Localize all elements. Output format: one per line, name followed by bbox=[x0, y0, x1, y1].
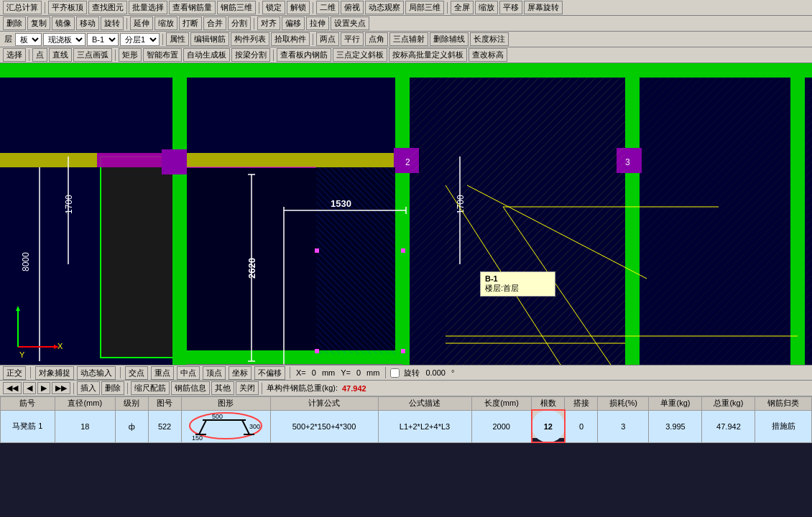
th-num: 筋号 bbox=[1, 397, 55, 411]
btn-componentlist[interactable]: 构件列表 bbox=[231, 32, 269, 46]
btn-copy[interactable]: 复制 bbox=[27, 17, 50, 30]
btn-summary[interactable]: 汇总计算 bbox=[3, 1, 42, 14]
btn-key[interactable]: 重点 bbox=[151, 366, 174, 380]
btn-splitbybeam[interactable]: 按梁分割 bbox=[231, 48, 270, 62]
btn-mid[interactable]: 中点 bbox=[177, 366, 200, 380]
btn-property[interactable]: 属性 bbox=[166, 32, 189, 46]
cad-canvas-area[interactable]: 2 3 1530 2620 1700 8000 bbox=[0, 63, 812, 365]
btn-top[interactable]: 顶点 bbox=[203, 366, 226, 380]
btn-pan[interactable]: 平移 bbox=[499, 1, 522, 14]
btn-scale[interactable]: 缩放 bbox=[154, 17, 177, 30]
btn-3pointassist[interactable]: 三点辅射 bbox=[389, 32, 428, 46]
btn-2d[interactable]: 二维 bbox=[316, 1, 339, 14]
btn-dynamic[interactable]: 动态输入 bbox=[77, 366, 116, 380]
btn-twopoint[interactable]: 两点 bbox=[316, 32, 339, 46]
btn-fullscreen[interactable]: 全屏 bbox=[451, 1, 474, 14]
svg-rect-16 bbox=[162, 149, 187, 174]
btn-mirror[interactable]: 镜像 bbox=[52, 17, 75, 30]
td-shapenum: 522 bbox=[148, 410, 181, 442]
btn-rebar3d[interactable]: 钢筋三维 bbox=[217, 1, 256, 14]
btn-line[interactable]: 直线 bbox=[49, 48, 72, 62]
division-select[interactable]: 分层1 bbox=[120, 33, 160, 46]
btn-zoom[interactable]: 缩放 bbox=[475, 1, 498, 14]
btn-checkheight[interactable]: 查改标高 bbox=[469, 48, 507, 62]
btn-3pointslant[interactable]: 三点定义斜板 bbox=[333, 48, 387, 62]
th-category: 钢筋归类 bbox=[755, 397, 812, 411]
btn-3arc[interactable]: 三点画弧 bbox=[73, 48, 112, 62]
bottom-toolbar: ◀◀ ◀ ▶ ▶▶ 插入 删除 缩尺配筋 钢筋信息 其他 关闭 单构件钢筋总重(… bbox=[0, 381, 812, 396]
sep11 bbox=[273, 50, 274, 61]
btn-grip[interactable]: 设置夹点 bbox=[331, 17, 369, 30]
svg-text:1700: 1700 bbox=[456, 195, 466, 214]
svg-rect-13 bbox=[625, 63, 640, 365]
btn-nomove[interactable]: 不偏移 bbox=[254, 366, 285, 380]
btn-ortho[interactable]: 正交 bbox=[3, 366, 26, 380]
btn-lengthdim[interactable]: 长度标注 bbox=[470, 32, 509, 46]
btn-viewrebar[interactable]: 查看钢筋量 bbox=[169, 1, 216, 14]
svg-text:X: X bbox=[57, 342, 63, 350]
x-val: 0 bbox=[310, 368, 318, 377]
total-label: 单构件钢筋总重(kg): bbox=[265, 383, 339, 393]
btn-coord[interactable]: 坐标 bbox=[229, 366, 252, 380]
btn-smartlayout[interactable]: 智能布置 bbox=[143, 48, 182, 62]
btn-rebar-info[interactable]: 钢筋信息 bbox=[171, 381, 210, 395]
btn-break[interactable]: 打断 bbox=[179, 17, 202, 30]
sep4 bbox=[447, 2, 448, 14]
btn-local3d[interactable]: 局部三维 bbox=[405, 1, 444, 14]
btn-offset[interactable]: 偏移 bbox=[282, 17, 305, 30]
btn-nav-next[interactable]: ▶ bbox=[37, 382, 50, 394]
btn-topview[interactable]: 俯视 bbox=[341, 1, 364, 14]
btn-findelement[interactable]: 查找图元 bbox=[88, 1, 127, 14]
btn-parallel[interactable]: 平行 bbox=[341, 32, 364, 46]
table-row[interactable]: 马凳筋 1 18 ф 522 bbox=[1, 410, 812, 442]
btn-batchselect[interactable]: 批量选择 bbox=[129, 1, 167, 14]
btn-align[interactable]: 对齐 bbox=[257, 17, 280, 30]
btn-select[interactable]: 选择 bbox=[3, 48, 26, 62]
btn-deleteassist[interactable]: 删除辅线 bbox=[430, 32, 469, 46]
btn-snap[interactable]: 对象捕捉 bbox=[35, 366, 74, 380]
btn-nav-first[interactable]: ◀◀ bbox=[3, 382, 22, 394]
btn-delete[interactable]: 删除 bbox=[3, 17, 26, 30]
btn-rotate[interactable]: 旋转 bbox=[101, 17, 124, 30]
btn-pointangle[interactable]: 点角 bbox=[365, 32, 388, 46]
btn-insert[interactable]: 插入 bbox=[77, 381, 100, 395]
btn-autogenboard[interactable]: 自动生成板 bbox=[183, 48, 230, 62]
btn-editrebar[interactable]: 编辑钢筋 bbox=[190, 32, 229, 46]
btn-lock[interactable]: 锁定 bbox=[262, 1, 285, 14]
board-type-select[interactable]: 现浇板 bbox=[43, 33, 86, 46]
rotate-label: 旋转 bbox=[402, 368, 421, 378]
td-desc: L1+2*L2+4*L3 bbox=[378, 410, 471, 442]
btn-other[interactable]: 其他 bbox=[211, 381, 234, 395]
bottom-panel: ◀◀ ◀ ▶ ▶▶ 插入 删除 缩尺配筋 钢筋信息 其他 关闭 单构件钢筋总重(… bbox=[0, 381, 812, 438]
rotate-checkbox[interactable] bbox=[390, 368, 400, 378]
btn-extend[interactable]: 延伸 bbox=[130, 17, 153, 30]
th-loss: 损耗(%) bbox=[598, 397, 649, 411]
btn-cross[interactable]: 交点 bbox=[125, 366, 148, 380]
svg-line-63 bbox=[199, 420, 206, 434]
btn-rect[interactable]: 矩形 bbox=[119, 48, 142, 62]
btn-close[interactable]: 关闭 bbox=[236, 381, 259, 395]
btn-move[interactable]: 移动 bbox=[76, 17, 99, 30]
btn-nav-last[interactable]: ▶▶ bbox=[52, 382, 70, 394]
btn-screenrotate[interactable]: 屏幕旋转 bbox=[524, 1, 563, 14]
btn-viewboardrebar[interactable]: 查看板内钢筋 bbox=[277, 48, 331, 62]
btn-batchslant[interactable]: 按标高批量定义斜板 bbox=[389, 48, 467, 62]
th-shape: 图形 bbox=[181, 397, 270, 411]
btn-stretch[interactable]: 拉伸 bbox=[306, 17, 329, 30]
th-desc: 公式描述 bbox=[378, 397, 471, 411]
btn-scale-rebar[interactable]: 缩尺配筋 bbox=[131, 381, 170, 395]
svg-text:8000: 8000 bbox=[21, 252, 31, 271]
btn-nav-prev[interactable]: ◀ bbox=[23, 382, 36, 394]
btn-flushboard[interactable]: 平齐板顶 bbox=[48, 1, 87, 14]
btn-point[interactable]: 点 bbox=[32, 48, 47, 62]
btn-orbit[interactable]: 动态观察 bbox=[365, 1, 404, 14]
btn-split[interactable]: 分割 bbox=[228, 17, 251, 30]
svg-text:300: 300 bbox=[249, 423, 260, 430]
btn-pickelement[interactable]: 拾取构件 bbox=[271, 32, 310, 46]
btn-bottom-delete[interactable]: 删除 bbox=[101, 381, 124, 395]
layer-type-select[interactable]: 板 bbox=[15, 33, 42, 46]
btn-unlock[interactable]: 解锁 bbox=[287, 1, 310, 14]
btn-join[interactable]: 合并 bbox=[203, 17, 226, 30]
th-totalweight: 总重(kg) bbox=[702, 397, 755, 411]
board-name-select[interactable]: B-1 bbox=[87, 33, 119, 46]
